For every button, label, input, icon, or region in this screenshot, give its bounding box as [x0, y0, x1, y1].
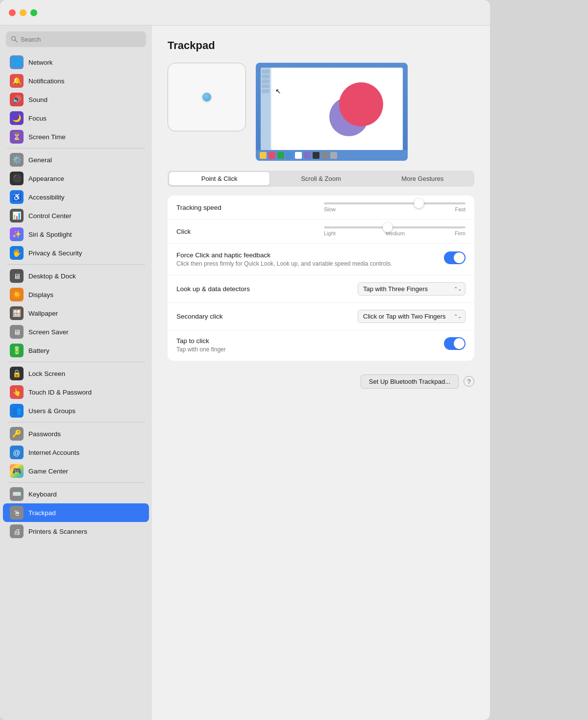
color-dot-3[interactable] — [286, 152, 293, 159]
sidebar-item-label-printers: Printers & Scanners — [28, 528, 87, 535]
close-button[interactable] — [9, 9, 16, 16]
main-window: 🌐Network🔔Notifications🔊Sound🌙Focus⏳Scree… — [0, 0, 490, 720]
force-click-toggle[interactable] — [444, 251, 466, 264]
sidebar-item-sound[interactable]: 🔊Sound — [3, 90, 149, 109]
sidebar: 🌐Network🔔Notifications🔊Sound🌙Focus⏳Scree… — [0, 25, 152, 720]
sidebar-item-trackpad[interactable]: 🖱Trackpad — [3, 503, 149, 522]
tracking-speed-max: Fast — [455, 206, 466, 212]
click-row: Click Light Medium Firm — [168, 220, 474, 244]
tap-click-toggle-knob — [454, 338, 465, 349]
sidebar-item-internet[interactable]: @Internet Accounts — [3, 443, 149, 462]
sidebar-item-siri[interactable]: ✨Siri & Spotlight — [3, 225, 149, 244]
color-dot-1[interactable] — [269, 152, 275, 159]
lookup-select-wrapper[interactable]: Tap with Three Fingers Force Click with … — [358, 282, 466, 296]
tracking-speed-thumb[interactable] — [414, 199, 424, 208]
color-dot-5[interactable] — [304, 152, 311, 159]
sidebar-item-label-general: General — [28, 156, 52, 164]
titlebar — [0, 0, 490, 25]
click-thumb[interactable] — [383, 223, 392, 232]
sidebar-item-label-passwords: Passwords — [28, 430, 61, 438]
click-label-group: Click — [176, 228, 318, 235]
sidebar-item-label-users: Users & Groups — [28, 407, 75, 415]
sidebar-item-lockscreen[interactable]: 🔒Lock Screen — [3, 364, 149, 383]
sidebar-item-touchid[interactable]: 👆Touch ID & Password — [3, 383, 149, 401]
sidebar-item-displays[interactable]: ☀️Displays — [3, 285, 149, 304]
tracking-speed-slider-container: Slow Fast — [324, 202, 466, 212]
search-bar[interactable] — [6, 31, 146, 47]
secondary-click-select-wrapper[interactable]: Click or Tap with Two Fingers Click on t… — [358, 310, 466, 323]
sidebar-item-label-focus: Focus — [28, 115, 47, 122]
color-dot-7[interactable] — [321, 152, 328, 159]
sidebar-item-focus[interactable]: 🌙Focus — [3, 109, 149, 127]
tab-scroll-zoom[interactable]: Scroll & Zoom — [270, 172, 371, 185]
tap-click-label-group: Tap to click Tap with one finger — [176, 337, 438, 354]
tab-more-gestures[interactable]: More Gestures — [372, 172, 473, 185]
sidebar-item-wallpaper[interactable]: 🪟Wallpaper — [3, 304, 149, 323]
sidebar-item-passwords[interactable]: 🔑Passwords — [3, 424, 149, 443]
screensaver-icon: 🖥 — [10, 325, 24, 339]
sidebar-item-label-displays: Displays — [28, 291, 53, 298]
mock-bar-2 — [262, 74, 270, 78]
help-button[interactable]: ? — [464, 376, 474, 387]
tap-click-sublabel: Tap with one finger — [176, 346, 438, 354]
content-area: 🌐Network🔔Notifications🔊Sound🌙Focus⏳Scree… — [0, 25, 490, 720]
sidebar-item-accessibility[interactable]: ♿Accessibility — [3, 188, 149, 206]
section-divider-3 — [7, 362, 145, 362]
click-track[interactable] — [324, 226, 466, 228]
minimize-button[interactable] — [20, 9, 26, 16]
color-dot-0[interactable] — [260, 152, 267, 159]
sidebar-item-controlcenter[interactable]: 📊Control Center — [3, 206, 149, 225]
sidebar-item-keyboard[interactable]: ⌨️Keyboard — [3, 485, 149, 503]
sidebar-item-appearance[interactable]: ⚫Appearance — [3, 169, 149, 188]
sidebar-item-printers[interactable]: 🖨Printers & Scanners — [3, 522, 149, 541]
sidebar-item-label-siri: Siri & Spotlight — [28, 231, 72, 238]
bluetooth-trackpad-button[interactable]: Set Up Bluetooth Trackpad... — [361, 374, 459, 389]
notifications-icon: 🔔 — [10, 74, 24, 88]
force-click-toggle-knob — [454, 252, 465, 263]
page-title: Trackpad — [168, 39, 474, 52]
secondary-click-select[interactable]: Click or Tap with Two Fingers Click on t… — [358, 310, 466, 323]
color-dot-4[interactable] — [295, 152, 302, 159]
desktop-icon: 🖥 — [10, 269, 24, 283]
force-click-label: Force Click and haptic feedback — [176, 251, 438, 259]
screentime-icon: ⏳ — [10, 130, 24, 144]
trackpad-icon: 🖱 — [10, 506, 24, 520]
sidebar-item-general[interactable]: ⚙️General — [3, 150, 149, 169]
maximize-button[interactable] — [30, 9, 37, 16]
sidebar-item-screentime[interactable]: ⏳Screen Time — [3, 127, 149, 146]
sidebar-item-screensaver[interactable]: 🖥Screen Saver — [3, 323, 149, 341]
tap-click-toggle[interactable] — [444, 337, 466, 350]
color-dot-8[interactable] — [330, 152, 337, 159]
mock-bar-5 — [262, 89, 270, 93]
search-input[interactable] — [21, 36, 141, 43]
tracking-speed-min: Slow — [324, 206, 336, 212]
appearance-icon: ⚫ — [10, 172, 24, 185]
accessibility-icon: ♿ — [10, 190, 24, 204]
sidebar-item-desktop[interactable]: 🖥Desktop & Dock — [3, 267, 149, 285]
tab-point-click[interactable]: Point & Click — [169, 172, 270, 185]
display-content-area: ↖ — [271, 68, 403, 155]
sidebar-item-battery[interactable]: 🔋Battery — [3, 341, 149, 360]
sidebar-item-privacy[interactable]: 🖐Privacy & Security — [3, 244, 149, 262]
click-firm: Firm — [455, 230, 466, 236]
sidebar-item-label-wallpaper: Wallpaper — [28, 310, 58, 317]
sidebar-item-network[interactable]: 🌐Network — [3, 53, 149, 72]
touchid-icon: 👆 — [10, 385, 24, 399]
lookup-label: Look up & data detectors — [176, 285, 250, 293]
sidebar-item-notifications[interactable]: 🔔Notifications — [3, 72, 149, 90]
force-click-sublabel: Click then press firmly for Quick Look, … — [176, 260, 438, 268]
sidebar-item-label-internet: Internet Accounts — [28, 449, 79, 456]
sidebar-item-users[interactable]: 👥Users & Groups — [3, 401, 149, 420]
general-icon: ⚙️ — [10, 153, 24, 167]
mock-bar-4 — [262, 84, 270, 88]
battery-icon: 🔋 — [10, 344, 24, 357]
lookup-select[interactable]: Tap with Three Fingers Force Click with … — [358, 282, 466, 296]
color-dot-2[interactable] — [277, 152, 284, 159]
color-dot-6[interactable] — [313, 152, 319, 159]
tracking-speed-track[interactable] — [324, 202, 466, 204]
tap-click-label: Tap to click — [176, 337, 438, 345]
focus-icon: 🌙 — [10, 111, 24, 125]
force-click-row: Force Click and haptic feedback Click th… — [168, 244, 474, 275]
sidebar-item-gamecenter[interactable]: 🎮Game Center — [3, 462, 149, 480]
click-light: Light — [324, 230, 336, 236]
